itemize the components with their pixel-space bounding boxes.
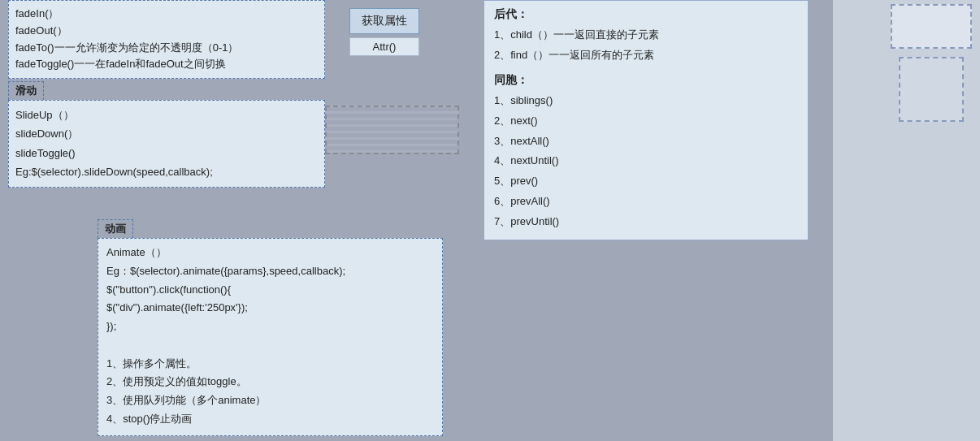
slide-line-3: slideToggle() — [15, 144, 318, 162]
get-attr-button[interactable]: 获取属性 — [349, 8, 419, 34]
fade-line-3: fadeTo()一一允许渐变为给定的不透明度（0-1） — [15, 40, 318, 57]
far-right-panel — [833, 0, 980, 441]
animate-box: Animate（） Eg：$(selector).animate({params… — [98, 238, 443, 436]
descendant-item-2: 2、find（）一一返回所有的子元素 — [494, 45, 800, 66]
animate-line-5 — [106, 336, 434, 355]
descendant-title: 后代： — [494, 7, 800, 22]
separator-1 — [494, 65, 800, 73]
sibling-item-5: 5、prev() — [494, 171, 800, 192]
animate-line-6: 1、操作多个属性。 — [106, 355, 434, 374]
attr-label: Attr() — [349, 37, 419, 56]
animate-section-header: 动画 — [98, 219, 133, 238]
slide-line-4: Eg:$(selector).slideDown(speed,callback)… — [15, 162, 318, 181]
animate-line-1: Eg：$(selector).animate({params},speed,ca… — [106, 262, 434, 281]
animate-line-4: }); — [106, 318, 434, 336]
sibling-item-6: 6、prevAll() — [494, 192, 800, 212]
animate-line-8: 3、使用队列功能（多个animate） — [106, 391, 434, 410]
fade-line-1: fadeIn(） — [15, 6, 318, 23]
slide-line-2: slideDown(） — [15, 124, 318, 143]
fade-line-2: fadeOut(） — [15, 23, 318, 40]
slide-line-1: SlideUp（） — [15, 106, 318, 124]
animate-line-3: $("div").animate({left:'250px'}); — [106, 299, 434, 318]
sibling-item-4: 4、nextUntil() — [494, 151, 800, 171]
animate-line-0: Animate（） — [106, 244, 434, 262]
sibling-item-1: 1、siblings() — [494, 91, 800, 111]
right-content-box: 后代： 1、child（）一一返回直接的子元素 2、find（）一一返回所有的子… — [483, 0, 809, 240]
slide-section: 滑动 SlideUp（） slideDown(） slideToggle() E… — [8, 81, 325, 188]
fade-section-box: fadeIn(） fadeOut(） fadeTo()一一允许渐变为给定的不透明… — [8, 0, 325, 79]
slide-section-header: 滑动 — [8, 81, 44, 100]
animate-line-7: 2、使用预定义的值如toggle。 — [106, 373, 434, 391]
sibling-title: 同胞： — [494, 73, 800, 88]
left-panel: fadeIn(） fadeOut(） fadeTo()一一允许渐变为给定的不透明… — [0, 0, 471, 441]
fade-line-4: fadeToggle()一一在fadeIn和fadeOut之间切换 — [15, 56, 318, 73]
slide-box: SlideUp（） slideDown(） slideToggle() Eg:$… — [8, 100, 325, 188]
sibling-item-3: 3、nextAll() — [494, 132, 800, 152]
right-panel: 后代： 1、child（）一一返回直接的子元素 2、find（）一一返回所有的子… — [471, 0, 829, 441]
animate-section: 动画 Animate（） Eg：$(selector).animate({par… — [98, 219, 443, 436]
sibling-item-2: 2、next() — [494, 111, 800, 132]
attr-button-area: 获取属性 Attr() — [349, 8, 419, 56]
sibling-item-7: 7、prevUntil() — [494, 212, 800, 232]
decorative-box-mid — [899, 57, 964, 122]
slide-visual-decoration — [325, 106, 459, 154]
decorative-box-top — [891, 4, 972, 49]
animate-line-9: 4、stop()停止动画 — [106, 410, 434, 429]
animate-line-2: $("button").click(function(){ — [106, 281, 434, 300]
descendant-item-1: 1、child（）一一返回直接的子元素 — [494, 25, 800, 45]
